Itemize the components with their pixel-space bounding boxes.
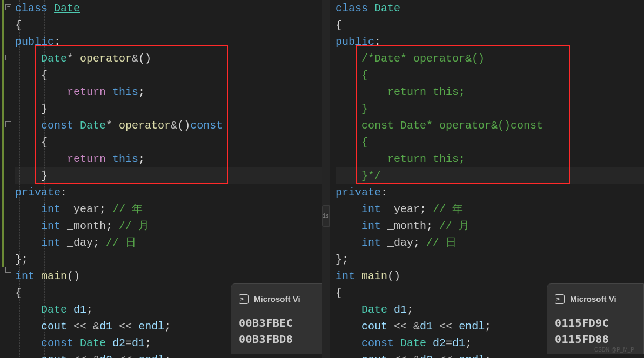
watermark: CSDN @P_M_P: [594, 341, 634, 358]
type: Date: [80, 119, 106, 132]
comment: }: [361, 103, 368, 115]
kw-public: public: [15, 36, 54, 48]
kw-int: int: [361, 237, 381, 249]
var: endl: [138, 320, 164, 333]
kw-class: class: [336, 2, 368, 15]
semi: ;: [465, 337, 472, 349]
var: _month: [387, 220, 426, 232]
semi: ;: [93, 237, 99, 249]
console-line: 00B3FBEC: [239, 315, 320, 331]
semi: ;: [426, 220, 433, 232]
op: =: [125, 337, 132, 349]
kw-int: int: [41, 237, 61, 249]
semi: ;: [145, 337, 151, 349]
splitter-tab[interactable]: is: [322, 205, 330, 227]
var: endl: [459, 320, 485, 333]
op: <<: [73, 320, 86, 333]
fold-toggle[interactable]: −: [5, 55, 11, 60]
gutter: − − − −: [0, 0, 8, 358]
par: (): [387, 270, 400, 282]
kw-int: int: [361, 203, 381, 215]
op: <<: [394, 320, 407, 333]
console-title: Microsoft Vi: [570, 291, 616, 307]
var: d1: [73, 303, 86, 316]
var: _year: [67, 203, 99, 215]
op: &: [93, 320, 99, 333]
console-window-left[interactable]: >_ Microsoft Vi 00B3FBEC 00B3FBD8: [231, 283, 328, 354]
type: Date: [41, 52, 67, 65]
console-title: Microsoft Vi: [254, 291, 300, 307]
brace: }: [336, 253, 342, 266]
fn: main: [41, 270, 67, 282]
var: d2: [420, 354, 433, 358]
semi: ;: [164, 320, 171, 333]
var: d1: [420, 320, 433, 333]
par: (): [138, 52, 151, 65]
amp: &: [132, 52, 138, 65]
kw-int: int: [15, 270, 35, 282]
fn: operator: [119, 119, 171, 132]
brace: }: [15, 253, 22, 266]
cmd-icon: >_: [239, 294, 249, 304]
var: endl: [459, 354, 485, 358]
kw-int: int: [361, 220, 381, 232]
kw-class: class: [15, 2, 48, 15]
kw-int: int: [336, 270, 355, 282]
var: endl: [138, 354, 164, 358]
semi: ;: [485, 354, 491, 358]
editor-pane-right: class Date { public: /*Date* operator&()…: [328, 0, 644, 358]
type: Date: [361, 303, 387, 316]
star: *: [106, 119, 112, 132]
var: d2: [99, 354, 112, 358]
semi: ;: [138, 86, 145, 98]
par: (): [67, 270, 80, 282]
comment: return this;: [361, 86, 465, 98]
fn: operator: [80, 52, 132, 65]
colon: :: [54, 36, 61, 48]
semi: ;: [22, 253, 28, 266]
kw-const: const: [41, 119, 73, 132]
colon: :: [374, 36, 381, 48]
type: Date: [41, 303, 67, 316]
fold-toggle[interactable]: −: [5, 4, 11, 10]
semi: ;: [86, 303, 93, 316]
brace: {: [41, 69, 48, 82]
brace: {: [41, 136, 48, 148]
pane-splitter[interactable]: is: [322, 0, 330, 358]
var: d1: [394, 303, 407, 316]
clsname: Date: [54, 2, 80, 15]
colon: :: [61, 186, 67, 199]
var: _year: [387, 203, 420, 215]
var: d2: [112, 337, 125, 349]
fold-toggle[interactable]: −: [5, 267, 11, 273]
op: <<: [394, 354, 407, 358]
kw-return: return: [67, 153, 106, 165]
kw-public: public: [336, 36, 374, 48]
kw-int: int: [41, 220, 61, 232]
editor-pane-left: − − − − class Date { public: Date* opera…: [0, 0, 328, 358]
clsname: Date: [374, 2, 400, 15]
semi: ;: [420, 203, 426, 215]
comment: const Date* operator&()const: [361, 119, 543, 132]
cmd-icon: >_: [555, 294, 565, 304]
var: _day: [67, 237, 93, 249]
op: &: [413, 320, 420, 333]
colon: :: [381, 186, 387, 199]
comment: // 日: [106, 237, 136, 249]
semi: ;: [99, 203, 106, 215]
comment: // 日: [426, 237, 457, 249]
console-line: 0115FD9C: [555, 315, 636, 331]
type: Date: [80, 337, 106, 349]
semi: ;: [106, 220, 112, 232]
var: _month: [67, 220, 106, 232]
comment: {: [361, 69, 368, 82]
semi: ;: [407, 303, 413, 316]
brace: }: [41, 103, 48, 115]
comment: // 年: [112, 203, 143, 215]
fold-toggle[interactable]: −: [5, 121, 11, 127]
type: Date: [400, 337, 426, 349]
semi: ;: [413, 237, 420, 249]
semi: ;: [485, 320, 491, 333]
brace: {: [15, 19, 22, 31]
fn: main: [361, 270, 387, 282]
